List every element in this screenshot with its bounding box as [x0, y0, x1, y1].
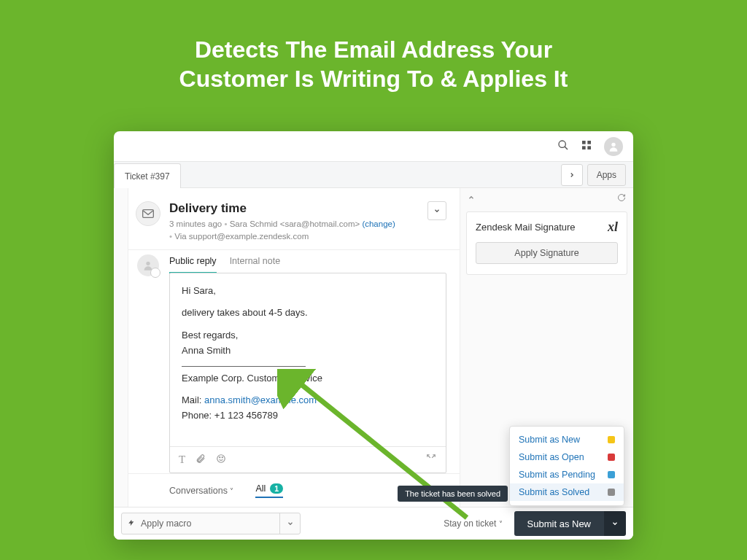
- sidebar-refresh-icon[interactable]: [617, 193, 626, 204]
- ticket-tab[interactable]: Ticket #397: [114, 163, 181, 188]
- apply-macro-dropdown[interactable]: Apply macro: [121, 513, 301, 534]
- apps-button[interactable]: Apps: [587, 164, 626, 186]
- expand-editor-icon[interactable]: [425, 454, 437, 466]
- reply-editor[interactable]: Hi Sara, delivery takes about 4-5 days. …: [169, 273, 446, 474]
- submit-dropdown-toggle[interactable]: [604, 511, 626, 536]
- svg-point-6: [611, 142, 615, 146]
- apps-grid-icon[interactable]: [581, 139, 592, 153]
- svg-rect-4: [582, 146, 586, 149]
- editor-signoff: Best regards,: [182, 328, 434, 343]
- topbar: [114, 131, 633, 162]
- ticket-via-email: support@example.zendesk.com: [189, 232, 309, 241]
- reply-editor-body[interactable]: Hi Sara, delivery takes about 4-5 days. …: [170, 273, 446, 447]
- svg-rect-5: [587, 146, 591, 149]
- svg-point-9: [217, 455, 225, 463]
- status-color-solved: [608, 489, 615, 496]
- conversations-dropdown[interactable]: Conversations ˅: [169, 486, 233, 496]
- tab-internal-note[interactable]: Internal note: [230, 256, 281, 273]
- app-window: Ticket #397 Apps Delivery time 3 minutes…: [114, 131, 633, 540]
- editor-phone-value: +1 123 456789: [214, 410, 278, 421]
- promo-line1: Detects The Email Address Your: [195, 36, 552, 63]
- ticket-title: Delivery time: [169, 201, 419, 216]
- tab-public-reply[interactable]: Public reply: [169, 256, 217, 273]
- editor-mail-label: Mail:: [182, 394, 204, 405]
- apply-signature-button[interactable]: Apply Signature: [476, 242, 618, 264]
- promo-line2: Customer Is Writing To & Applies It: [179, 66, 568, 92]
- svg-rect-2: [582, 141, 586, 144]
- attachment-icon[interactable]: [196, 454, 206, 466]
- svg-point-11: [222, 457, 222, 458]
- search-icon[interactable]: [557, 139, 569, 153]
- editor-greeting: Hi Sara,: [182, 284, 434, 299]
- mail-icon: [136, 201, 160, 226]
- solved-tooltip: The ticket has been solved: [398, 486, 508, 502]
- signature-divider: [182, 366, 306, 367]
- profile-avatar[interactable]: [604, 137, 623, 156]
- signature-panel-title: Zendesk Mail Signature: [476, 222, 576, 233]
- submit-as-pending[interactable]: Submit as Pending: [510, 466, 624, 483]
- svg-point-10: [220, 457, 220, 458]
- svg-line-1: [565, 147, 568, 149]
- svg-point-0: [559, 141, 565, 147]
- change-requester-link[interactable]: (change): [362, 219, 395, 228]
- sidebar-collapse-icon[interactable]: [468, 193, 475, 203]
- svg-rect-3: [587, 141, 591, 144]
- chevron-down-icon[interactable]: [279, 513, 300, 534]
- status-color-pending: [608, 471, 615, 478]
- submit-status-menu: Submit as New Submit as Open Submit as P…: [509, 426, 624, 506]
- submit-as-new[interactable]: Submit as New: [510, 431, 624, 448]
- editor-toolbar: T: [170, 446, 446, 472]
- conversations-all-tab[interactable]: All 1: [255, 483, 283, 498]
- next-tab-button[interactable]: [561, 164, 583, 186]
- left-panel-sliver: [114, 188, 128, 507]
- signature-logo-icon: xl: [608, 219, 618, 235]
- svg-point-8: [146, 261, 150, 265]
- ticket-header: Delivery time 3 minutes ago • Sara Schmi…: [128, 188, 460, 250]
- ticket-sender: Sara Schmid <sara@hotmail.com>: [230, 219, 360, 228]
- promo-heading: Detects The Email Address Your Customer …: [0, 0, 747, 93]
- text-format-icon[interactable]: T: [179, 454, 185, 466]
- tabbar: Ticket #397 Apps: [114, 162, 633, 188]
- signature-panel: Zendesk Mail Signature xl Apply Signatur…: [466, 211, 627, 275]
- ticket-meta: 3 minutes ago • Sara Schmid <sara@hotmai…: [169, 218, 419, 244]
- emoji-icon[interactable]: [216, 454, 226, 466]
- editor-phone-label: Phone:: [182, 410, 214, 421]
- submit-as-solved[interactable]: Submit as Solved: [510, 483, 624, 501]
- editor-agent-name: Anna Smith: [182, 343, 434, 359]
- editor-mail-value[interactable]: anna.smith@example.com: [204, 394, 317, 405]
- editor-body-text: delivery takes about 4-5 days.: [182, 306, 434, 321]
- bottom-bar: Apply macro Stay on ticket ˅ Submit as N…: [114, 508, 633, 540]
- ticket-time: 3 minutes ago: [169, 219, 222, 228]
- conversations-count-badge: 1: [270, 483, 283, 494]
- submit-button[interactable]: Submit as New: [514, 511, 604, 536]
- main-pane: Delivery time 3 minutes ago • Sara Schmi…: [128, 188, 460, 507]
- bolt-icon: [122, 518, 141, 530]
- ticket-via-prefix: Via: [174, 232, 189, 241]
- reply-block: Public reply Internal note Hi Sara, deli…: [128, 250, 460, 474]
- svg-rect-7: [143, 210, 154, 218]
- reply-tabs: Public reply Internal note: [169, 250, 446, 273]
- status-color-open: [608, 454, 615, 461]
- agent-avatar: [137, 254, 159, 276]
- stay-on-ticket-dropdown[interactable]: Stay on ticket ˅: [444, 518, 502, 529]
- submit-as-open[interactable]: Submit as Open: [510, 448, 624, 466]
- collapse-header-button[interactable]: [427, 201, 446, 220]
- status-color-new: [608, 436, 615, 443]
- editor-company-line: Example Corp. Customer Service: [182, 371, 434, 386]
